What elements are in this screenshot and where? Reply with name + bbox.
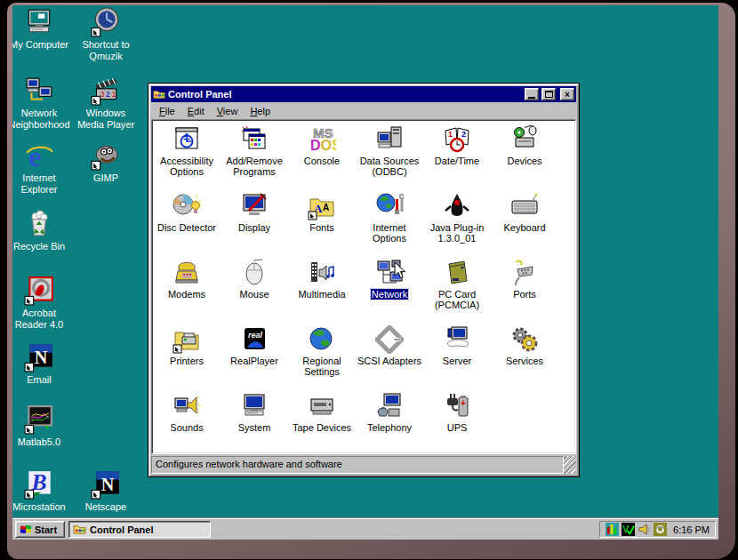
clock[interactable]: 6:16 PM xyxy=(673,524,710,535)
qmuzik-clock-icon xyxy=(91,7,121,37)
fonts-icon: AA xyxy=(308,192,336,220)
desktop-icon-matlab5-0[interactable]: Matlab5.0 xyxy=(12,404,71,448)
desktop-icon-label: Email xyxy=(12,374,71,386)
internet-options-icon xyxy=(375,192,404,220)
cp-item-network[interactable]: Network xyxy=(356,257,423,324)
cp-item-regional-settings[interactable]: Regional Settings xyxy=(288,324,356,390)
recycle-bin-icon xyxy=(24,209,54,239)
start-button[interactable]: Start xyxy=(15,521,65,538)
cp-item-label: Tape Devices xyxy=(288,422,356,433)
desktop-icon-recycle-bin[interactable]: Recycle Bin xyxy=(12,209,71,252)
cp-item-server[interactable]: Server xyxy=(423,324,491,390)
title-bar[interactable]: Control Panel × xyxy=(151,86,576,102)
desktop-icon-shortcut-to-qmuzik[interactable]: Shortcut to Qmuzik xyxy=(74,7,138,62)
cp-item-label: Regional Settings xyxy=(288,356,356,377)
virus-shield-tray-icon[interactable]: V xyxy=(622,523,635,536)
cp-item-label: Accessibility Options xyxy=(153,156,221,177)
cp-item-devices[interactable]: Devices xyxy=(491,124,558,190)
desktop-icon-internet-explorer[interactable]: eInternet Explorer xyxy=(12,140,71,196)
cp-item-sounds[interactable]: Sounds xyxy=(153,390,221,454)
cp-item-label: Java Plug-in 1.3.0_01 xyxy=(423,222,491,244)
cp-item-pc-card-pcmcia-[interactable]: PC Card (PCMCIA) xyxy=(423,257,491,324)
task-button-control-panel[interactable]: Control Panel xyxy=(68,521,211,538)
network-neighborhood-icon xyxy=(24,76,54,106)
volume-tray-icon[interactable] xyxy=(638,523,651,536)
display-icon xyxy=(240,192,269,220)
desktop-icon-gimp[interactable]: GIMP xyxy=(74,140,138,184)
close-button[interactable]: × xyxy=(560,88,574,100)
cp-item-label: Multimedia xyxy=(288,289,356,300)
cp-item-add-remove-programs[interactable]: Add/Remove Programs xyxy=(221,124,288,190)
svg-text:+: + xyxy=(461,398,466,408)
windows-flag-icon xyxy=(19,523,33,537)
display-adapter-tray-icon[interactable] xyxy=(654,523,667,536)
modems-icon xyxy=(172,259,201,287)
resource-meter-tray-icon[interactable] xyxy=(606,523,619,536)
desktop-icon-email[interactable]: NEmail xyxy=(12,342,71,386)
java-icon xyxy=(443,192,471,220)
menu-edit[interactable]: Edit xyxy=(181,104,211,118)
task-button-label: Control Panel xyxy=(90,524,154,535)
desktop-icon-windows-media-player[interactable]: 321Windows Media Player xyxy=(74,76,138,131)
cp-item-label: PC Card (PCMCIA) xyxy=(423,289,491,310)
pc-card-icon xyxy=(443,259,471,287)
cp-item-label: Data Sources (ODBC) xyxy=(356,156,423,177)
media-player-icon: 321 xyxy=(91,76,121,106)
ms-dos-icon: MSDOS xyxy=(308,125,336,154)
svg-text:1: 1 xyxy=(111,90,116,99)
desktop-icon-microstation[interactable]: BMicrostation xyxy=(12,469,71,513)
mouse-cursor xyxy=(394,261,406,280)
cp-item-label: System xyxy=(221,422,288,433)
cp-item-telephony[interactable]: Telephony xyxy=(356,390,423,454)
ports-icon xyxy=(510,259,539,287)
cp-item-multimedia[interactable]: Multimedia xyxy=(288,257,356,324)
cp-item-java-plug-in-1-3-0-01[interactable]: Java Plug-in 1.3.0_01 xyxy=(423,190,491,257)
cp-item-fonts[interactable]: AAFonts xyxy=(288,190,356,257)
menu-help[interactable]: Help xyxy=(244,104,277,118)
cp-item-ups[interactable]: +UPS xyxy=(423,390,491,454)
menu-file[interactable]: File xyxy=(153,104,181,118)
cp-item-label: Fonts xyxy=(288,222,356,233)
ups-icon: + xyxy=(443,392,471,420)
cp-item-display[interactable]: Display xyxy=(221,190,288,257)
cp-item-accessibility-options[interactable]: Accessibility Options xyxy=(153,124,221,190)
resize-grip[interactable] xyxy=(564,456,576,474)
svg-text:2: 2 xyxy=(106,90,110,99)
cp-item-label: Server xyxy=(423,356,491,366)
cp-item-printers[interactable]: Printers xyxy=(153,324,221,390)
menu-view[interactable]: View xyxy=(211,104,245,118)
accessibility-icon xyxy=(172,125,201,154)
cp-item-ports[interactable]: Ports xyxy=(491,257,558,324)
cp-item-date-time[interactable]: 12Date/Time xyxy=(423,124,491,190)
cp-item-realplayer[interactable]: realRealPlayer xyxy=(221,324,288,390)
window-title: Control Panel xyxy=(168,89,522,100)
desktop-icon-my-computer[interactable]: My Computer xyxy=(12,7,71,51)
cp-item-console[interactable]: MSDOSConsole xyxy=(288,124,356,190)
svg-text:N: N xyxy=(35,348,48,367)
desktop-icon-label: GIMP xyxy=(74,172,138,184)
printers-icon xyxy=(172,325,201,354)
desktop-icon-acrobat-reader-4-0[interactable]: Acrobat Reader 4.0 xyxy=(12,276,71,331)
cp-item-system[interactable]: System xyxy=(221,390,288,454)
server-icon xyxy=(443,325,471,354)
cp-item-mouse[interactable]: Mouse xyxy=(221,257,288,324)
desktop-icon-label: My Computer xyxy=(12,39,71,51)
desktop-icon-label: Matlab5.0 xyxy=(12,436,71,448)
desktop-icon-network-neighborhood[interactable]: Network Neighborhood xyxy=(12,76,71,131)
minimize-button[interactable] xyxy=(525,88,539,100)
cp-item-services[interactable]: Services xyxy=(491,324,558,390)
cp-item-data-sources-odbc-[interactable]: Data Sources (ODBC) xyxy=(356,124,423,190)
desktop-icon-netscape[interactable]: NNetscape xyxy=(74,469,138,513)
system-icon xyxy=(240,392,269,420)
cp-item-label: Keyboard xyxy=(491,222,558,233)
cp-item-scsi-adapters[interactable]: SCSI Adapters xyxy=(356,324,423,390)
date-time-icon: 12 xyxy=(443,125,471,154)
cp-item-internet-options[interactable]: Internet Options xyxy=(356,190,423,257)
cp-item-label: Modems xyxy=(153,289,221,300)
cp-item-keyboard[interactable]: Keyboard xyxy=(491,190,558,257)
data-sources-icon xyxy=(375,125,404,154)
cp-item-modems[interactable]: Modems xyxy=(153,257,221,324)
maximize-button[interactable] xyxy=(541,88,556,100)
cp-item-tape-devices[interactable]: Tape Devices xyxy=(288,390,356,454)
cp-item-disc-detector[interactable]: Disc Detector xyxy=(153,190,221,257)
